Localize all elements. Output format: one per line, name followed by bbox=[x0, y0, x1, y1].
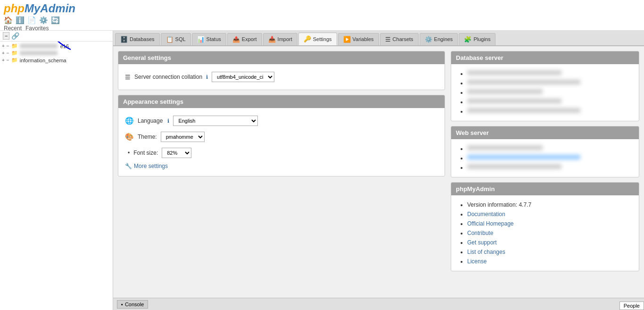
settings-tab-icon: 🔑 bbox=[304, 35, 311, 42]
console-button[interactable]: ▪ Console bbox=[117, 300, 148, 309]
doc-icon[interactable]: 📄 bbox=[27, 16, 36, 25]
sidebar-minus-btn[interactable]: − bbox=[3, 32, 9, 40]
phpmyadmin-info-header: phpMyAdmin bbox=[451, 183, 639, 195]
font-size-select[interactable]: 82% 100% 120% bbox=[162, 148, 191, 158]
theme-label: Theme: bbox=[138, 134, 157, 140]
db2-name-blurred bbox=[20, 51, 58, 55]
tab-plugins[interactable]: 🧩 Plugins bbox=[459, 33, 495, 45]
font-size-label: Font size: bbox=[133, 150, 158, 156]
web-server-header: Web server bbox=[451, 126, 639, 139]
appearance-settings-title: Appearance settings bbox=[123, 98, 183, 105]
web-server-item-2 bbox=[467, 153, 632, 163]
db2-expand-icon[interactable]: + bbox=[2, 50, 5, 56]
logo-myadmin: MyAdmin bbox=[25, 2, 75, 15]
language-help-icon[interactable]: ℹ bbox=[167, 118, 169, 124]
more-settings-icon: 🔧 bbox=[125, 163, 132, 169]
collation-select[interactable]: utf8mb4_unicode_ci utf8_general_ci latin… bbox=[212, 72, 274, 82]
collation-help-icon[interactable]: ℹ bbox=[206, 74, 208, 80]
version-item: Version information: 4.7.7 bbox=[467, 200, 632, 209]
collation-row: ☰ Server connection collation ℹ utf8mb4_… bbox=[125, 69, 438, 85]
version-number: 4.7.7 bbox=[519, 201, 531, 208]
tab-status[interactable]: 📊 Status bbox=[192, 33, 226, 45]
charsets-icon: ☰ bbox=[385, 36, 391, 43]
tab-import-label: Import bbox=[278, 36, 292, 42]
status-icon: 📊 bbox=[197, 36, 205, 43]
more-settings-link[interactable]: 🔧 More settings bbox=[125, 161, 438, 171]
main-layout: − 🔗 + − 📁 e16 bbox=[0, 31, 644, 310]
db3-expand-icon[interactable]: + bbox=[2, 58, 5, 63]
tab-settings-label: Settings bbox=[313, 36, 332, 42]
support-item: Get support bbox=[467, 238, 632, 247]
general-settings-box: General settings ☰ Server connection col… bbox=[118, 51, 445, 90]
tab-charsets[interactable]: ☰ Charsets bbox=[380, 33, 419, 45]
console-label: Console bbox=[125, 302, 144, 307]
tab-import[interactable]: 📥 Import bbox=[263, 33, 297, 45]
db1-minus-icon[interactable]: − bbox=[7, 43, 9, 49]
official-homepage-link[interactable]: Official Homepage bbox=[467, 220, 514, 227]
license-link[interactable]: License bbox=[467, 258, 487, 265]
db-info-schema-row: + − 📁 information_schema bbox=[0, 57, 113, 64]
variables-icon: ▶️ bbox=[343, 36, 351, 43]
logo-php: php bbox=[4, 2, 25, 15]
database-server-box: Database server bbox=[451, 51, 639, 121]
sidebar-arrow-area: + − 📁 e16 bbox=[0, 42, 113, 57]
tab-databases-label: Databases bbox=[130, 36, 155, 42]
icon-row: 🏠 ℹ️ 📄 ⚙️ 🔄 bbox=[4, 16, 640, 25]
db-server-blurred-4 bbox=[467, 99, 561, 103]
theme-row: 🎨 Theme: pmahomme original metro bbox=[125, 129, 438, 145]
general-settings-header: General settings bbox=[118, 51, 445, 64]
font-size-row: • Font size: 82% 100% 120% bbox=[125, 145, 438, 161]
version-label: Version information: bbox=[467, 201, 519, 208]
tab-databases[interactable]: 🗄️ Databases bbox=[115, 33, 160, 45]
list-of-changes-link[interactable]: List of changes bbox=[467, 249, 505, 255]
docs-link[interactable]: Documentation bbox=[467, 211, 505, 218]
web-server-body bbox=[451, 139, 639, 177]
phpmyadmin-info-body: Version information: 4.7.7 Documentation… bbox=[451, 195, 639, 271]
get-support-link[interactable]: Get support bbox=[467, 239, 497, 246]
tab-sql[interactable]: 📋 SQL bbox=[161, 33, 191, 45]
phpmyadmin-links-list: Version information: 4.7.7 Documentation… bbox=[458, 200, 632, 266]
db1-expand-icon[interactable]: + bbox=[2, 43, 5, 49]
info-icon[interactable]: ℹ️ bbox=[16, 16, 25, 25]
theme-icon: 🎨 bbox=[125, 133, 134, 141]
language-label: Language bbox=[138, 117, 163, 124]
db3-minus-icon[interactable]: − bbox=[7, 58, 9, 63]
refresh-icon[interactable]: 🔄 bbox=[51, 16, 60, 25]
more-settings-label: More settings bbox=[134, 163, 168, 169]
db-server-blurred-2 bbox=[467, 80, 580, 84]
logo-text: phpMyAdmin bbox=[4, 2, 640, 15]
tab-sql-label: SQL bbox=[175, 36, 186, 42]
web-server-blurred-2 bbox=[467, 155, 580, 159]
tab-settings[interactable]: 🔑 Settings bbox=[298, 33, 337, 45]
tab-variables[interactable]: ▶️ Variables bbox=[338, 33, 379, 45]
right-column: Database server bbox=[451, 51, 639, 293]
theme-select[interactable]: pmahomme original metro bbox=[161, 132, 205, 142]
db-server-blurred-3 bbox=[467, 89, 543, 94]
appearance-settings-body: 🌐 Language ℹ English Français Deutsch Es… bbox=[118, 108, 445, 176]
export-icon: 📤 bbox=[232, 36, 240, 43]
general-settings-title: General settings bbox=[123, 54, 171, 61]
web-server-item-3 bbox=[467, 163, 632, 172]
language-select[interactable]: English Français Deutsch Español bbox=[173, 116, 258, 126]
contribute-link[interactable]: Contribute bbox=[467, 230, 493, 236]
tab-export[interactable]: 📤 Export bbox=[227, 33, 262, 45]
db-server-blurred-1 bbox=[467, 70, 561, 75]
db-server-item-3 bbox=[467, 88, 632, 97]
info-schema-label[interactable]: information_schema bbox=[20, 58, 66, 63]
contribute-item: Contribute bbox=[467, 228, 632, 238]
homepage-item: Official Homepage bbox=[467, 219, 632, 228]
docs-item: Documentation bbox=[467, 209, 632, 219]
sidebar-link-icon[interactable]: 🔗 bbox=[11, 32, 19, 40]
appearance-settings-box: Appearance settings 🌐 Language ℹ English… bbox=[118, 95, 445, 176]
db2-minus-icon[interactable]: − bbox=[7, 50, 9, 56]
sidebar: − 🔗 + − 📁 e16 bbox=[0, 31, 113, 310]
sidebar-controls: − 🔗 bbox=[0, 31, 113, 42]
tab-variables-label: Variables bbox=[353, 36, 374, 42]
tab-export-label: Export bbox=[242, 36, 257, 42]
db1-suffix: e16 bbox=[60, 43, 69, 49]
home-icon[interactable]: 🏠 bbox=[4, 16, 13, 25]
db1-name-blurred bbox=[20, 44, 58, 48]
tab-engines[interactable]: ⚙️ Engines bbox=[420, 33, 458, 45]
people-button[interactable]: People bbox=[619, 302, 644, 310]
settings-icon[interactable]: ⚙️ bbox=[39, 16, 48, 25]
